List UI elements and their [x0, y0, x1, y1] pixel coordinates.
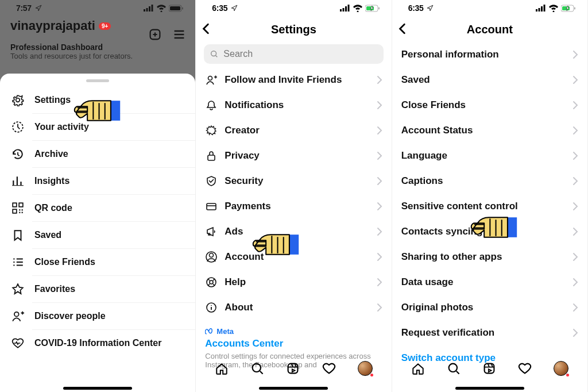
battery-charging-icon	[365, 5, 380, 12]
create-icon[interactable]	[148, 28, 162, 41]
account-status[interactable]: Account Status	[392, 118, 587, 143]
tab-home[interactable]	[411, 362, 425, 375]
tab-search[interactable]	[250, 362, 264, 375]
menu-covid-info[interactable]: COVID-19 Information Center	[0, 330, 195, 356]
lock-icon	[205, 150, 218, 162]
menu-your-activity[interactable]: Your activity	[0, 114, 195, 140]
chevron-icon	[572, 101, 578, 110]
menu-archive[interactable]: Archive	[0, 141, 195, 167]
menu-qr-code[interactable]: QR code	[0, 195, 195, 221]
menu-close-friends[interactable]: Close Friends	[0, 249, 195, 275]
home-indicator[interactable]	[259, 387, 328, 390]
chevron-icon	[572, 126, 578, 135]
settings-creator[interactable]: Creator	[196, 118, 391, 143]
tab-reels[interactable]	[482, 362, 496, 375]
battery-charging-icon	[561, 5, 576, 12]
chevron-icon	[377, 303, 382, 312]
back-button[interactable]	[398, 23, 407, 34]
settings-security[interactable]: Security	[196, 168, 391, 194]
person-circle-icon	[205, 251, 218, 263]
menu-discover-people[interactable]: Discover people	[0, 303, 195, 329]
back-button[interactable]	[202, 23, 211, 34]
account-contacts-syncing[interactable]: Contacts syncing	[392, 219, 587, 244]
settings-privacy[interactable]: Privacy	[196, 143, 391, 168]
heart-pulse-icon	[11, 337, 24, 349]
settings-account[interactable]: Account	[196, 244, 391, 270]
settings-notifications[interactable]: Notifications	[196, 93, 391, 118]
chevron-icon	[377, 252, 382, 262]
home-indicator[interactable]	[455, 387, 524, 390]
pro-dashboard-title[interactable]: Professional Dashboard	[10, 43, 185, 52]
status-time: 6:35	[212, 3, 227, 13]
settings-ads[interactable]: Ads	[196, 219, 391, 244]
status-time: 7:57	[16, 3, 32, 13]
help-icon	[205, 276, 218, 288]
account-data-usage[interactable]: Data usage	[392, 270, 587, 295]
tab-search[interactable]	[447, 362, 461, 375]
tab-activity[interactable]	[518, 362, 532, 375]
location-arrow-icon	[427, 5, 434, 11]
megaphone-icon	[205, 226, 218, 237]
panel-profile-menu: 7:57 vinayprajapati 9+ Professional Dash…	[0, 0, 196, 392]
chevron-icon	[572, 227, 578, 236]
chevron-icon	[572, 202, 578, 211]
account-sensitive-content[interactable]: Sensitive content control	[392, 194, 587, 219]
search-icon	[210, 49, 219, 59]
menu-settings[interactable]: Settings	[0, 87, 195, 113]
menu-saved[interactable]: Saved	[0, 222, 195, 248]
chevron-icon	[377, 75, 382, 84]
tab-activity[interactable]	[322, 362, 336, 375]
menu-insights[interactable]: Insights	[0, 168, 195, 194]
tab-bar	[392, 355, 587, 382]
insights-icon	[11, 175, 24, 187]
account-close-friends[interactable]: Close Friends	[392, 93, 587, 118]
account-saved[interactable]: Saved	[392, 67, 587, 93]
settings-payments[interactable]: Payments	[196, 194, 391, 219]
status-bar: 6:35	[392, 0, 587, 13]
status-bar: 7:57	[0, 0, 195, 13]
tab-profile[interactable]	[554, 361, 568, 376]
screen-header: Account	[392, 13, 587, 42]
tab-profile[interactable]	[358, 361, 373, 376]
bell-icon	[205, 99, 218, 111]
creator-icon	[205, 125, 218, 136]
chevron-icon	[572, 252, 578, 262]
settings-help[interactable]: Help	[196, 270, 391, 295]
wifi-icon	[353, 4, 363, 12]
screen-title: Account	[467, 23, 513, 36]
menu-icon[interactable]	[172, 28, 186, 41]
account-sharing-apps[interactable]: Sharing to other apps	[392, 244, 587, 270]
panel-settings: 6:35 Settings Follow and Invite Friends …	[196, 0, 392, 392]
home-indicator[interactable]	[63, 387, 132, 390]
account-request-verification[interactable]: Request verification	[392, 320, 587, 345]
tab-home[interactable]	[215, 362, 229, 375]
settings-about[interactable]: About	[196, 295, 391, 320]
account-language[interactable]: Language	[392, 143, 587, 168]
status-bar: 6:35	[196, 0, 391, 13]
accounts-center-link[interactable]: Accounts Center	[205, 338, 382, 349]
wifi-icon	[548, 4, 559, 12]
tab-reels[interactable]	[286, 362, 300, 375]
screen-header: Settings	[196, 13, 391, 42]
sheet-grabber[interactable]	[86, 79, 109, 82]
panel-account: 6:35 Account Personal information Saved …	[392, 0, 588, 392]
add-person-icon	[205, 74, 218, 86]
location-arrow-icon	[35, 5, 42, 11]
notification-dot-icon	[566, 374, 569, 376]
card-icon	[205, 201, 218, 212]
cellular-icon	[144, 5, 154, 11]
chevron-icon	[572, 151, 578, 160]
notification-badge: 9+	[99, 22, 111, 30]
account-personal-info[interactable]: Personal information	[392, 42, 587, 67]
account-original-photos[interactable]: Original photos	[392, 295, 587, 320]
notification-dot-icon	[370, 374, 373, 376]
account-captions[interactable]: Captions	[392, 168, 587, 194]
chevron-icon	[572, 278, 578, 287]
tab-bar	[196, 355, 391, 382]
search-input[interactable]	[204, 44, 383, 64]
cellular-icon	[536, 5, 546, 11]
chevron-icon	[377, 202, 382, 211]
settings-follow-invite[interactable]: Follow and Invite Friends	[196, 67, 391, 93]
screen-title: Settings	[271, 23, 316, 36]
menu-favorites[interactable]: Favorites	[0, 276, 195, 302]
